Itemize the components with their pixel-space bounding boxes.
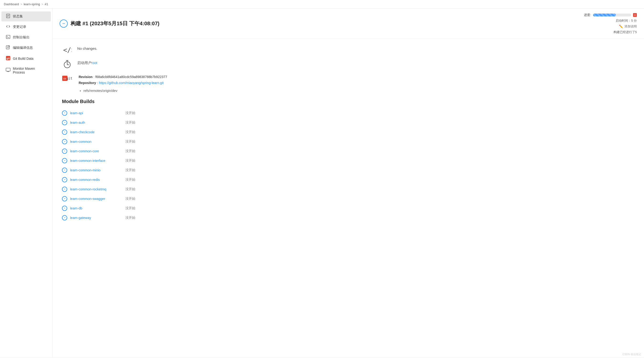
sidebar-item-console-label: 控制台输出 <box>13 35 30 39</box>
module-status-text: 没开始 <box>125 159 136 163</box>
git-info-section: </> git Revision : f68a6cb8fd4641a80cdc5… <box>62 73 634 94</box>
module-status-text: 没开始 <box>125 168 136 172</box>
svg-text:</>: </> <box>63 78 66 80</box>
sidebar: 状态集 变更记录 控制台输出 <box>0 8 52 358</box>
progress-row: 进度: ✕ <box>584 13 637 17</box>
module-name-link[interactable]: learn-db <box>70 206 122 210</box>
breadcrumb-sep-2: > <box>42 2 44 6</box>
sidebar-item-compile[interactable]: 编辑编译信息 <box>2 43 51 53</box>
module-item: ··· learn-auth 没开始 <box>62 118 634 127</box>
module-status-text: 没开始 <box>125 216 136 220</box>
build-title-area: ··· 构建 #1 (2023年5月15日 下午4:08:07) <box>60 19 160 28</box>
module-name-link[interactable]: learn-common-rocketmq <box>70 187 122 191</box>
svg-rect-9 <box>6 68 10 71</box>
module-list: ··· learn-api 没开始 ··· learn-auth 没开始 ···… <box>62 109 634 222</box>
module-status-dot: ··· <box>62 168 67 173</box>
module-status-text: 没开始 <box>125 149 136 153</box>
no-changes-section: </> No changes. <box>62 44 634 55</box>
add-note-label: 添加说明 <box>624 24 637 28</box>
running-info: 构建已经进行了5 <box>614 30 637 34</box>
module-status-dot: ··· <box>62 120 67 125</box>
breadcrumb-current: #1 <box>44 2 48 6</box>
module-name-link[interactable]: learn-common <box>70 140 122 144</box>
stop-build-button[interactable]: ✕ <box>633 13 637 17</box>
module-status-text: 没开始 <box>125 111 136 115</box>
module-item: ··· learn-gateway 没开始 <box>62 213 634 222</box>
breadcrumb-sep-1: > <box>20 2 22 6</box>
progress-bar <box>593 13 631 16</box>
module-item: ··· learn-api 没开始 <box>62 109 634 118</box>
module-status-text: 没开始 <box>125 187 136 191</box>
module-name-link[interactable]: learn-common-redis <box>70 178 122 181</box>
sidebar-item-git-label: Git Build Data <box>13 57 33 60</box>
module-name-link[interactable]: learn-common-swagger <box>70 197 122 201</box>
module-item: ··· learn-common 没开始 <box>62 137 634 146</box>
git-build-icon: git <box>6 56 10 61</box>
sidebar-item-monitor-label: Monitor Maven Process <box>13 67 46 74</box>
refs-item: refs/remotes/origin/dev <box>84 88 167 94</box>
git-details: Revision : f68a6cb8fd4641a80cdc59a898387… <box>79 73 167 94</box>
module-status-dot: ··· <box>62 130 67 135</box>
module-status-dot: ··· <box>62 149 67 154</box>
started-by-user-link[interactable]: root <box>92 61 97 65</box>
pencil-icon: ✏️ <box>619 24 623 28</box>
running-label: 构建已经进行了5 <box>614 30 637 34</box>
add-note-row[interactable]: ✏️ 添加说明 <box>619 24 637 28</box>
build-header: ··· 构建 #1 (2023年5月15日 下午4:08:07) 进度: ✕ 启… <box>52 8 644 39</box>
module-item: ··· learn-common-rocketmq 没开始 <box>62 185 634 194</box>
module-name-link[interactable]: learn-common-interface <box>70 159 122 163</box>
module-status-text: 没开始 <box>125 197 136 201</box>
git-logo-icon: </> git <box>62 73 74 85</box>
started-by-prefix: 启动用户 <box>77 61 92 65</box>
edit-icon <box>6 45 10 50</box>
code-icon <box>6 24 10 29</box>
refs-list: refs/remotes/origin/dev <box>79 88 167 94</box>
sidebar-item-changes-label: 变更记录 <box>13 25 26 29</box>
svg-rect-4 <box>6 35 10 38</box>
revision-hash: f68a6cb8fd4641a80cdc59a89838788b7b922377 <box>95 75 167 79</box>
git-repository-line: Repository : https://github.com/miaoyang… <box>79 80 167 86</box>
build-status-icon: ··· <box>60 19 68 28</box>
revision-colon: : <box>94 75 95 79</box>
module-status-dot: ··· <box>62 177 67 182</box>
watermark: CSDN 收信笔记 <box>622 353 641 356</box>
module-status-dot: ··· <box>62 139 67 144</box>
module-status-dot: ··· <box>62 187 67 192</box>
module-item: ··· learn-common-interface 没开始 <box>62 156 634 165</box>
repository-url-link[interactable]: https://github.com/miaoyang/spring-learn… <box>99 81 164 85</box>
module-name-link[interactable]: learn-common-minio <box>70 168 122 172</box>
git-revision-line: Revision : f68a6cb8fd4641a80cdc59a898387… <box>79 74 167 80</box>
timer-icon <box>62 59 72 69</box>
no-changes-content: No changes. <box>77 44 97 50</box>
started-by-content: 启动用户root <box>77 59 97 65</box>
module-status-text: 没开始 <box>125 120 136 125</box>
module-builds-section: Module Builds ··· learn-api 没开始 ··· lear… <box>62 99 634 222</box>
progress-bar-fill <box>593 13 616 16</box>
svg-rect-6 <box>6 46 9 49</box>
module-name-link[interactable]: learn-api <box>70 111 122 115</box>
module-name-link[interactable]: learn-checkcode <box>70 130 122 134</box>
svg-text:git: git <box>6 57 10 60</box>
breadcrumb-dashboard[interactable]: Dashboard <box>4 2 19 6</box>
module-status-text: 没开始 <box>125 130 136 134</box>
repository-label: Repository <box>79 81 96 85</box>
sidebar-item-monitor[interactable]: Monitor Maven Process <box>2 64 51 77</box>
svg-text:git: git <box>66 76 72 80</box>
progress-label: 进度: <box>584 13 591 17</box>
module-name-link[interactable]: learn-auth <box>70 121 122 125</box>
sidebar-item-git[interactable]: git Git Build Data <box>2 53 51 64</box>
breadcrumb: Dashboard > learn-spring > #1 <box>0 0 644 8</box>
module-item: ··· learn-common-core 没开始 <box>62 147 634 156</box>
main-content: ··· 构建 #1 (2023年5月15日 下午4:08:07) 进度: ✕ 启… <box>52 8 644 358</box>
sidebar-item-console[interactable]: 控制台输出 <box>2 32 51 42</box>
main-layout: 状态集 变更记录 控制台输出 <box>0 8 644 358</box>
module-name-link[interactable]: learn-common-core <box>70 149 122 153</box>
sidebar-item-status[interactable]: 状态集 <box>2 11 51 21</box>
module-item: ··· learn-db 没开始 <box>62 204 634 213</box>
breadcrumb-project[interactable]: learn-spring <box>24 2 40 6</box>
sidebar-item-changes[interactable]: 变更记录 <box>2 22 51 32</box>
module-name-link[interactable]: learn-gateway <box>70 216 122 220</box>
build-body: </> No changes. <box>52 39 644 228</box>
module-status-dot: ··· <box>62 158 67 163</box>
module-status-text: 没开始 <box>125 178 136 182</box>
